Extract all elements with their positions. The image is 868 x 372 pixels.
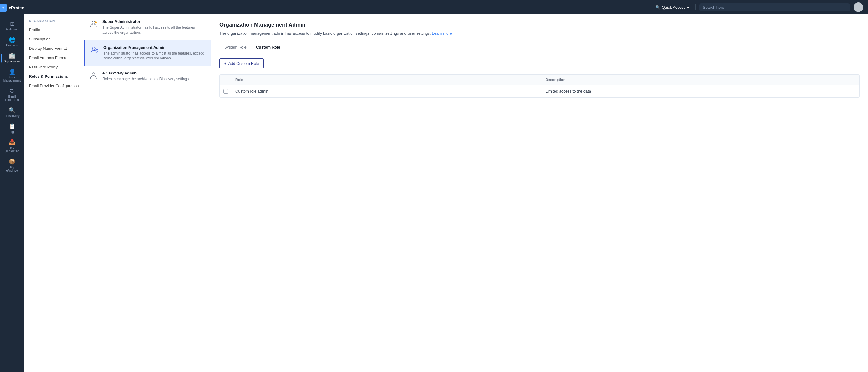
table-header-description: Description — [546, 78, 856, 82]
row-description: Limited access to the data — [546, 89, 856, 93]
super-admin-icon — [89, 20, 99, 30]
role-card-ediscovery-admin[interactable]: eDiscovery Admin Roles to manage the arc… — [84, 66, 211, 87]
detail-panel: Organization Management Admin The organi… — [211, 14, 868, 372]
user-management-icon: 👤 — [9, 69, 16, 74]
row-role: Custom role admin — [236, 89, 546, 93]
row-checkbox[interactable] — [223, 89, 228, 94]
sidebar-item-organization[interactable]: 🏢 Organization — [1, 51, 23, 65]
detail-description: The organization management admin has ac… — [219, 30, 860, 36]
detail-desc-text: The organization management admin has ac… — [219, 31, 431, 36]
dashboard-icon: ⊞ — [10, 21, 14, 27]
custom-roles-table: Role Description Custom role admin Limit… — [219, 74, 860, 98]
sidebar-item-my-earchive[interactable]: 📦 My eArchive — [1, 156, 23, 175]
tab-system-role[interactable]: System Role — [219, 42, 251, 53]
email-protection-icon: 🛡 — [9, 88, 15, 94]
detail-title: Organization Management Admin — [219, 22, 860, 28]
table-header-role: Role — [236, 78, 546, 82]
nav-item-email-provider-configuration[interactable]: Email Provider Configuration — [24, 81, 84, 90]
nav-item-subscription[interactable]: Subscription — [24, 34, 84, 44]
table-header-checkbox — [223, 78, 236, 82]
domains-icon: 🌐 — [9, 37, 16, 42]
ediscovery-admin-title: eDiscovery Admin — [102, 71, 206, 75]
organization-icon: 🏢 — [9, 53, 16, 59]
sidebar-item-logs[interactable]: 📋 Logs — [1, 121, 23, 136]
chevron-down-icon: ▾ — [687, 5, 689, 10]
ediscovery-admin-icon — [89, 71, 99, 81]
topbar: 🔍 Quick Access ▾ — [24, 0, 868, 14]
content-area: ORGANIZATION Profile Subscription Displa… — [24, 14, 868, 372]
learn-more-link[interactable]: Learn more — [432, 31, 452, 36]
earchive-icon: 📦 — [9, 159, 16, 164]
sidebar-item-user-management[interactable]: 👤 User Management — [1, 67, 23, 85]
row-checkbox-cell — [223, 89, 236, 94]
search-input[interactable] — [699, 3, 850, 11]
avatar[interactable] — [854, 2, 863, 12]
ediscovery-icon: 🔍 — [9, 107, 16, 113]
nav-panel: ORGANIZATION Profile Subscription Displa… — [24, 14, 84, 372]
role-card-super-admin[interactable]: Super Administrator The Super Administra… — [84, 14, 211, 40]
main-container: 🔍 Quick Access ▾ ORGANIZATION Profile Su… — [24, 0, 868, 372]
nav-item-display-name-format[interactable]: Display Name Format — [24, 44, 84, 53]
org-mgmt-admin-body: Organization Management Admin The admini… — [103, 45, 206, 61]
nav-item-profile[interactable]: Profile — [24, 25, 84, 34]
sidebar-label-domains: Domains — [6, 44, 18, 47]
sidebar-label-organization: Organization — [4, 60, 21, 63]
sidebar-label-my-quarantine: My Quarantine — [4, 146, 20, 153]
add-icon: + — [224, 61, 227, 66]
roles-panel: Super Administrator The Super Administra… — [84, 14, 211, 372]
svg-point-2 — [92, 47, 95, 50]
sidebar-item-my-quarantine[interactable]: 📥 My Quarantine — [1, 137, 23, 155]
quick-access-button[interactable]: 🔍 Quick Access ▾ — [653, 4, 692, 11]
topbar-divider — [695, 4, 695, 10]
super-admin-title: Super Administrator — [102, 19, 206, 24]
sidebar: e eProtect ⊞ Dashboard 🌐 Domains 🏢 Organ… — [0, 0, 24, 372]
quick-access-label: Quick Access — [662, 5, 685, 10]
nav-item-password-policy[interactable]: Password Policy — [24, 62, 84, 72]
quarantine-icon: 📥 — [9, 140, 16, 145]
sidebar-label-my-earchive: My eArchive — [4, 165, 20, 172]
sidebar-label-logs: Logs — [9, 130, 16, 133]
logs-icon: 📋 — [9, 124, 16, 129]
search-icon: 🔍 — [655, 5, 660, 10]
ediscovery-admin-desc: Roles to manage the archival and eDiscov… — [102, 76, 206, 82]
svg-point-0 — [92, 21, 95, 24]
svg-point-4 — [92, 73, 95, 76]
super-admin-desc: The Super Administrator has full access … — [102, 25, 206, 35]
ediscovery-admin-body: eDiscovery Admin Roles to manage the arc… — [102, 71, 206, 82]
org-mgmt-admin-icon — [90, 46, 100, 56]
add-custom-role-button[interactable]: + Add Custom Role — [219, 59, 264, 68]
sidebar-item-domains[interactable]: 🌐 Domains — [1, 35, 23, 50]
role-card-org-mgmt-admin[interactable]: Organization Management Admin The admini… — [84, 40, 211, 66]
org-mgmt-admin-desc: The administrator has access to almost a… — [103, 51, 206, 61]
super-admin-body: Super Administrator The Super Administra… — [102, 19, 206, 35]
table-header: Role Description — [220, 75, 859, 85]
nav-item-email-address-format[interactable]: Email Address Format — [24, 53, 84, 62]
org-mgmt-admin-title: Organization Management Admin — [103, 45, 206, 50]
add-custom-role-label: Add Custom Role — [228, 61, 259, 66]
sidebar-label-dashboard: Dashboard — [5, 28, 20, 31]
logo-icon: e — [0, 4, 7, 12]
sidebar-label-user-management: User Management — [3, 76, 21, 82]
sidebar-item-ediscovery[interactable]: 🔍 eDiscovery — [1, 105, 23, 120]
tab-custom-role[interactable]: Custom Role — [251, 42, 285, 53]
nav-section-label: ORGANIZATION — [24, 19, 84, 25]
app-name: eProtect — [9, 5, 26, 10]
sidebar-label-email-protection: Email Protection — [4, 95, 20, 101]
table-row: Custom role admin Limited access to the … — [220, 85, 859, 97]
sidebar-label-ediscovery: eDiscovery — [4, 114, 19, 118]
sidebar-item-dashboard[interactable]: ⊞ Dashboard — [1, 19, 23, 33]
tabs: System Role Custom Role — [219, 42, 860, 53]
nav-item-roles-permissions[interactable]: Roles & Permissions — [24, 72, 84, 81]
sidebar-item-email-protection[interactable]: 🛡 Email Protection — [1, 86, 23, 104]
